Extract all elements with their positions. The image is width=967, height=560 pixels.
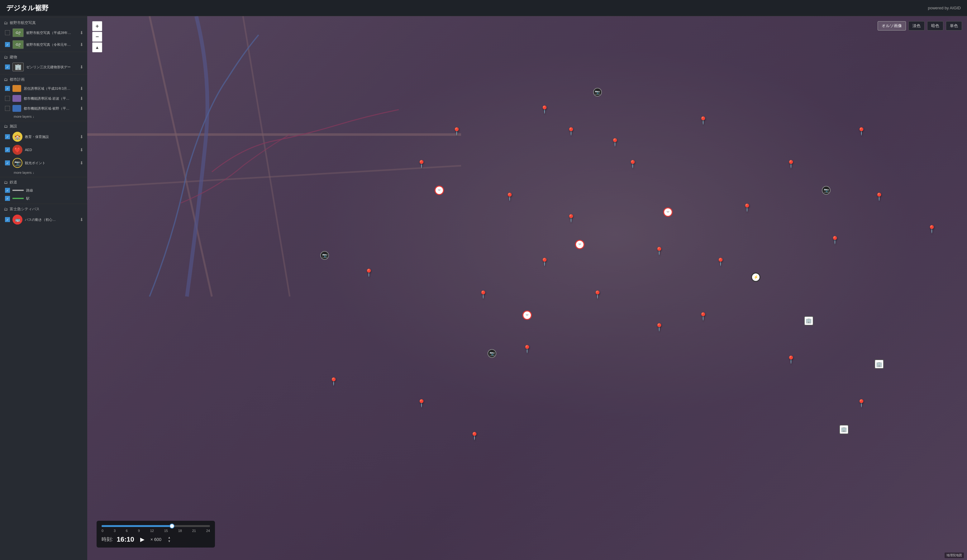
tile-btn-light[interactable]: 淡色 — [908, 21, 925, 31]
map-pin-yellow-1[interactable]: 📍 — [417, 160, 426, 168]
layer-aerial-1-download[interactable]: ⬇ — [80, 30, 84, 35]
header: デジタル裾野 powered by AIGID — [0, 0, 967, 16]
layer-urban-2-download[interactable]: ⬇ — [80, 96, 84, 101]
time-step-down[interactable]: ▼ — [168, 539, 171, 543]
map-pin-red-6[interactable]: 📍 — [655, 323, 664, 332]
map-pin-building-3[interactable]: 🏢 — [839, 425, 848, 434]
time-step-up[interactable]: ▲ — [168, 536, 171, 539]
map-pin-yellow-3[interactable]: 📍 — [540, 105, 549, 114]
layer-building-1[interactable]: 🏢 ゼンリン三次元建物形状デー ⬇ — [0, 61, 87, 73]
more-layers-urban[interactable]: more layers ↓ — [0, 114, 87, 120]
map-pin-red-4[interactable]: 📍 — [540, 258, 549, 266]
layer-bus-1-check[interactable] — [5, 217, 10, 222]
layer-aerial-1-check[interactable] — [5, 30, 10, 35]
time-label-9: 9 — [138, 529, 140, 533]
map-pin-red-1[interactable]: 📍 — [566, 127, 576, 136]
map-pin-camera-1[interactable]: 📷 — [320, 251, 329, 260]
layer-urban-3-check[interactable] — [5, 106, 10, 111]
map-pin-camera-2[interactable]: 📷 — [488, 349, 496, 358]
layer-facility-2[interactable]: ❤️ AED ⬇ — [0, 143, 87, 156]
time-prefix-label: 時刻: — [102, 536, 113, 543]
map-pin-camera-4[interactable]: 📷 — [822, 186, 830, 195]
zoom-in-button[interactable]: + — [92, 21, 102, 31]
time-slider-thumb[interactable] — [170, 524, 175, 529]
layer-urban-1-download[interactable]: ⬇ — [80, 86, 84, 91]
layer-urban-2[interactable]: 都市機能誘導区域-岩波（平… ⬇ — [0, 94, 87, 104]
layer-rail-2[interactable]: 駅 — [0, 194, 87, 203]
map-pin-yellow-8[interactable]: 📍 — [566, 214, 576, 223]
layer-aerial-2-check[interactable] — [5, 42, 10, 47]
map-pin-yellow-14[interactable]: 📍 — [522, 345, 532, 354]
map-pin-yellow-16[interactable]: 📍 — [786, 356, 795, 364]
map-pin-red-10[interactable]: 📍 — [927, 225, 936, 234]
map-pin-circle-1[interactable]: ❤ — [435, 186, 444, 195]
map-controls: + − ▲ — [92, 21, 102, 52]
map-pin-circle-3[interactable]: ❤ — [663, 208, 673, 217]
layer-facility-1-check[interactable] — [5, 134, 10, 139]
map-pin-yellow-5[interactable]: 📍 — [698, 116, 708, 125]
layer-aerial-2[interactable]: 🛩 裾野市航空写真（令和元年… ⬇ — [0, 39, 87, 51]
time-slider-fill — [102, 525, 172, 527]
layer-facility-2-check[interactable] — [5, 147, 10, 152]
map-pin-red-2[interactable]: 📍 — [628, 160, 637, 168]
layer-urban-2-check[interactable] — [5, 96, 10, 101]
map-pin-circle-5[interactable]: ❤ — [522, 311, 532, 320]
more-layers-facility[interactable]: more layers ↓ — [0, 170, 87, 176]
layer-urban-1-check[interactable] — [5, 86, 10, 91]
map-pin-yellow-19[interactable]: 📍 — [329, 377, 338, 386]
section-facility-icon: 🗂 — [4, 124, 8, 128]
map-pin-red-5[interactable]: 📍 — [593, 290, 602, 299]
map-pin-yellow-9[interactable]: 📍 — [655, 247, 664, 255]
layer-bus-1-download[interactable]: ⬇ — [80, 217, 84, 222]
layer-rail-1-check[interactable] — [5, 188, 10, 193]
layer-rail-2-check[interactable] — [5, 196, 10, 201]
map-pin-red-7[interactable]: 📍 — [716, 258, 725, 266]
map-pin-yellow-7[interactable]: 📍 — [857, 127, 866, 136]
layer-aerial-1[interactable]: 🛩 裾野市航空写真（平成28年… ⬇ — [0, 27, 87, 39]
map-pin-building-1[interactable]: 🏢 — [804, 316, 814, 326]
section-building: 🗂 建物 — [0, 52, 87, 61]
time-slider-track[interactable] — [102, 525, 210, 527]
map-pin-yellow-6[interactable]: 📍 — [786, 160, 795, 168]
layer-building-1-download[interactable]: ⬇ — [80, 64, 84, 69]
map-pin-yellow-11[interactable]: 📍 — [830, 236, 840, 244]
tile-btn-dark[interactable]: 暗色 — [927, 21, 943, 31]
map-pin-yellow-2[interactable]: 📍 — [452, 127, 461, 136]
layer-facility-1[interactable]: 🏫 教育・保育施設 ⬇ — [0, 130, 87, 143]
map-pin-yellow-10[interactable]: 📍 — [743, 203, 752, 212]
layer-building-1-check[interactable] — [5, 64, 10, 69]
compass-button[interactable]: ▲ — [92, 42, 102, 52]
map-pin-yellow-15[interactable]: 📍 — [698, 312, 708, 321]
layer-aerial-2-label: 裾野市航空写真（令和元年… — [26, 42, 77, 47]
map-pin-red-3[interactable]: 📍 — [505, 193, 514, 201]
layer-rail-1[interactable]: 路線 — [0, 186, 87, 194]
map-pin-yellow-17[interactable]: 📍 — [857, 399, 866, 408]
layer-facility-3-check[interactable] — [5, 160, 10, 165]
layer-urban-1[interactable]: 居住誘導区域（平成31年3月… ⬇ — [0, 84, 87, 94]
layer-facility-1-download[interactable]: ⬇ — [80, 134, 84, 139]
zoom-out-button[interactable]: − — [92, 32, 102, 42]
map-pin-yellow-12[interactable]: 📍 — [875, 193, 884, 201]
map-pin-camera-3[interactable]: 📷 — [593, 88, 602, 97]
layer-aerial-2-download[interactable]: ⬇ — [80, 42, 84, 47]
layer-bus-1[interactable]: 🚌 バスの動き（初心… ⬇ — [0, 213, 87, 226]
map-pin-red-9[interactable]: 📍 — [470, 432, 479, 440]
play-button[interactable]: ▶ — [138, 535, 147, 544]
time-controls: 時刻: 16:10 ▶ × 600 ▲ ▼ — [102, 535, 210, 544]
map-pin-yellow-4[interactable]: 📍 — [610, 138, 620, 147]
layer-urban-3[interactable]: 都市機能誘導区域-裾野（平… ⬇ — [0, 104, 87, 114]
layer-facility-2-download[interactable]: ⬇ — [80, 147, 84, 152]
layer-facility-3-download[interactable]: ⬇ — [80, 160, 84, 165]
tile-btn-ortho[interactable]: オルソ画像 — [878, 21, 906, 31]
map-pin-circle-2[interactable]: ❤ — [575, 240, 584, 249]
map-pin-red-8[interactable]: 📍 — [417, 399, 426, 408]
map-pin-circle-4[interactable]: ⚡ — [751, 273, 761, 282]
tile-btn-mono[interactable]: 単色 — [946, 21, 962, 31]
map-container[interactable]: + − ▲ オルソ画像 淡色 暗色 単色 📍 📍 📍 📍 📍 📍 📍 📍 📍 📍… — [87, 16, 967, 560]
section-building-icon: 🗂 — [4, 55, 8, 59]
map-pin-building-2[interactable]: 🏢 — [875, 359, 884, 369]
layer-facility-3[interactable]: 📷 観光ポイント ⬇ — [0, 156, 87, 170]
layer-urban-3-download[interactable]: ⬇ — [80, 106, 84, 111]
map-pin-yellow-13[interactable]: 📍 — [479, 290, 488, 299]
map-pin-yellow-18[interactable]: 📍 — [364, 268, 373, 277]
